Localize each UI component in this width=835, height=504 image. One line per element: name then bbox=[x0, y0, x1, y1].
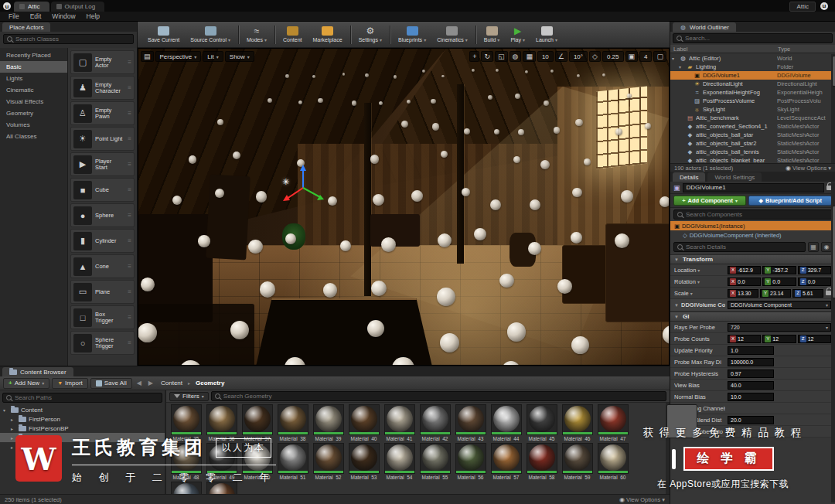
menu-edit[interactable]: Edit bbox=[25, 12, 47, 20]
perspective-button[interactable]: Perspective▾ bbox=[155, 51, 202, 62]
prop-value-field[interactable]: 100000.0 bbox=[728, 358, 774, 366]
probe-count-y-field[interactable]: Y12 bbox=[762, 335, 796, 343]
toolbar-source-control[interactable]: Source Control▾ bbox=[185, 22, 236, 47]
toolbar-build[interactable]: Build▾ bbox=[479, 22, 506, 47]
place-item-box-trigger[interactable]: □Box Trigger≡ bbox=[70, 305, 135, 329]
translate-tool-icon[interactable]: + bbox=[469, 51, 479, 62]
outliner-row-postprocessvolume[interactable]: ▨PostProcessVolumePostProcessVolu bbox=[670, 97, 831, 105]
toolbar-marketplace[interactable]: Marketplace bbox=[308, 22, 348, 47]
asset-material-35[interactable]: Material_35 bbox=[169, 404, 203, 441]
asset-material-52[interactable]: Material_52 bbox=[311, 443, 346, 480]
toolbar-modes[interactable]: ≈Modes▾ bbox=[241, 22, 272, 47]
asset-material-62[interactable]: Material_62 bbox=[204, 482, 239, 494]
asset-material-53[interactable]: Material_53 bbox=[346, 443, 381, 480]
component-inherited-row[interactable]: ◇ DDGIVolumeComponent (Inherited) bbox=[670, 230, 835, 240]
outliner-row-ddgivolume1[interactable]: ▣DDGIVolume1DDGIVolume bbox=[670, 71, 831, 80]
camera-speed-value[interactable]: 4 bbox=[639, 51, 652, 62]
probe-count-z-field[interactable]: Z12 bbox=[798, 335, 831, 343]
asset-material-39[interactable]: Material_39 bbox=[311, 404, 346, 441]
forward-button[interactable]: ▶ bbox=[146, 380, 155, 387]
expander-icon[interactable]: ▸ bbox=[11, 444, 16, 450]
breadcrumb-content[interactable]: Content bbox=[158, 380, 186, 387]
outliner-search-input[interactable] bbox=[685, 35, 829, 42]
menu-help[interactable]: Help bbox=[81, 12, 105, 20]
scale-z-field[interactable]: Z5.61 bbox=[792, 289, 823, 298]
component-instance-row[interactable]: ▣ DDGIVolume1(Instance) bbox=[670, 221, 835, 230]
toolbar-launch[interactable]: Launch▾ bbox=[530, 22, 563, 47]
rotation-x-field[interactable]: X0.0 bbox=[728, 278, 761, 286]
paths-search[interactable] bbox=[2, 393, 162, 403]
place-item-sphere-trigger[interactable]: ○Sphere Trigger≡ bbox=[70, 331, 135, 355]
filters-button[interactable]: Filters▾ bbox=[169, 392, 209, 401]
category-cinematic[interactable]: Cinematic bbox=[0, 84, 67, 96]
cb-view-options[interactable]: ◉ View Options ▾ bbox=[619, 496, 665, 503]
asset-material-50[interactable]: Material_50 bbox=[240, 443, 274, 480]
column-label[interactable]: Label bbox=[673, 46, 778, 53]
place-item-cube[interactable]: ■Cube≡ bbox=[70, 178, 135, 202]
asset-material-38[interactable]: Material_38 bbox=[275, 404, 310, 441]
toolbar-save-current[interactable]: Save Current bbox=[142, 22, 185, 47]
rotation-snap-value[interactable]: 10° bbox=[569, 51, 588, 62]
category-geometry[interactable]: Geometry bbox=[0, 107, 67, 119]
expander-icon[interactable]: ▾ bbox=[672, 56, 677, 61]
folder-maps[interactable]: ▸Maps bbox=[0, 442, 165, 451]
outliner-row-directionallight[interactable]: ☀DirectionalLightDirectionalLight bbox=[670, 80, 831, 88]
rotation-snap-icon[interactable]: ∠ bbox=[555, 51, 567, 62]
add-component-button[interactable]: +Add Component▾ bbox=[673, 196, 746, 206]
viewport-options-icon[interactable]: ▤ bbox=[141, 51, 154, 62]
maximize-viewport-icon[interactable]: ▢ bbox=[653, 51, 666, 62]
toolbar-content[interactable]: Content bbox=[278, 22, 308, 47]
import-button[interactable]: ▼Import bbox=[52, 378, 88, 389]
back-button[interactable]: ◀ bbox=[135, 380, 144, 387]
folder-firstperson[interactable]: ▸FirstPerson bbox=[0, 414, 165, 424]
gi-section-header[interactable]: ▼GI bbox=[670, 312, 835, 322]
blueprint-add-script-button[interactable]: ◆Blueprint/Add Script bbox=[748, 196, 832, 206]
search-details-input[interactable] bbox=[686, 243, 802, 250]
asset-material-51[interactable]: Material_51 bbox=[275, 443, 310, 480]
search-classes-input[interactable] bbox=[15, 36, 130, 43]
place-item-plane[interactable]: ▭Plane≡ bbox=[70, 280, 135, 304]
asset-material-55[interactable]: Material_55 bbox=[418, 443, 452, 480]
category-lights[interactable]: Lights bbox=[0, 73, 67, 84]
asset-material-57[interactable]: Material_57 bbox=[489, 443, 523, 480]
asset-material-40[interactable]: Material_40 bbox=[346, 404, 381, 441]
grid-snap-value[interactable]: 10 bbox=[537, 51, 554, 62]
asset-material-36[interactable]: Material_36 bbox=[204, 404, 239, 441]
toolbar-cinematics[interactable]: Cinematics▾ bbox=[431, 22, 473, 47]
outliner-scrollbar[interactable] bbox=[831, 54, 835, 163]
place-item-cone[interactable]: ▲Cone≡ bbox=[70, 254, 135, 278]
asset-material-37[interactable]: Material_37 bbox=[240, 404, 274, 441]
asset-material-54[interactable]: Material_54 bbox=[382, 443, 417, 480]
view-mode-button[interactable]: Lit▾ bbox=[203, 51, 223, 62]
breadcrumb-geometry[interactable]: Geometry bbox=[193, 380, 227, 387]
outliner-row-attic-objects-ball-tennis[interactable]: ◆attic_objects_ball_tennisStaticMeshActo… bbox=[670, 148, 831, 156]
details-view-options-icon[interactable]: ◉ bbox=[821, 242, 832, 252]
content-browser-tab[interactable]: Content Browser bbox=[2, 367, 73, 376]
prop-value-field[interactable]: 1.0 bbox=[728, 346, 774, 355]
place-item-point-light[interactable]: ☀Point Light≡ bbox=[70, 127, 135, 151]
expander-icon[interactable]: ▸ bbox=[11, 435, 16, 441]
actor-name-field[interactable] bbox=[683, 183, 824, 192]
scale-y-field[interactable]: Y23.14 bbox=[760, 289, 791, 298]
asset-material-61[interactable]: Material_61 bbox=[169, 482, 203, 494]
outliner-row-attic-editor[interactable]: ▾◍Attic (Editor)World bbox=[670, 54, 831, 63]
category-all-classes[interactable]: All Classes bbox=[0, 131, 67, 142]
tab-attic[interactable]: Attic bbox=[14, 2, 49, 12]
grid-snap-icon[interactable]: ▦ bbox=[523, 51, 536, 62]
folder-content[interactable]: ▾Content bbox=[0, 405, 165, 414]
outliner-row-skylight[interactable]: ☼SkyLightSkyLight bbox=[670, 105, 831, 114]
prop-value-field[interactable]: 20.0 bbox=[728, 416, 774, 424]
scale-snap-value[interactable]: 0.25 bbox=[602, 51, 624, 62]
asset-material-47[interactable]: Material_47 bbox=[595, 404, 630, 441]
asset-material-48[interactable]: Material_48 bbox=[169, 443, 203, 480]
details-tab[interactable]: Details bbox=[673, 172, 705, 182]
category-recently-placed[interactable]: Recently Placed bbox=[0, 49, 67, 61]
camera-speed-icon[interactable]: ▣ bbox=[625, 51, 639, 62]
asset-material-49[interactable]: Material_49 bbox=[204, 443, 239, 480]
category-visual-effects[interactable]: Visual Effects bbox=[0, 96, 67, 107]
menu-window[interactable]: Window bbox=[46, 12, 80, 20]
asset-material-44[interactable]: Material_44 bbox=[489, 404, 523, 441]
save-all-button[interactable]: Save All bbox=[90, 378, 132, 389]
assets-search[interactable] bbox=[211, 391, 666, 401]
outliner-search[interactable] bbox=[673, 33, 833, 43]
